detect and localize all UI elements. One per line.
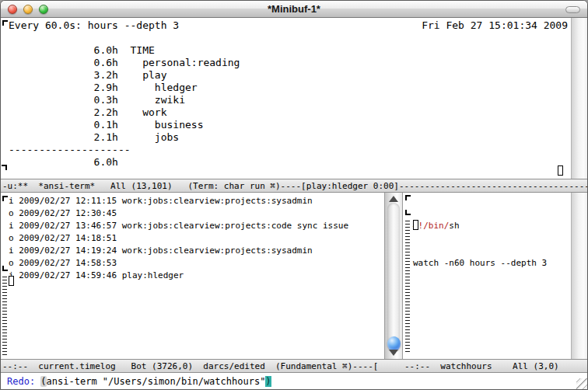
timelog-window[interactable]: i 2009/02/27 12:11:15 work:jobs:clearvie… — [1, 193, 384, 359]
buffer-end-indicator-icon — [2, 165, 7, 170]
timelog-hollow-cursor — [9, 276, 14, 286]
term-hollow-cursor — [558, 165, 563, 176]
toolbar-toggle-button[interactable] — [565, 6, 580, 13]
script-body-line: watch -n60 hours --depth 3 — [413, 257, 547, 270]
empty-lines-indicator — [2, 277, 7, 356]
term-scrollbar-track[interactable] — [571, 18, 588, 179]
timelog-entries-text: i 2009/02/27 12:11:15 work:jobs:clearvie… — [9, 195, 348, 282]
script-code-text: #!/bin/sh watch -n60 hours --depth 3 — [413, 195, 547, 294]
hours-report-text: 6.0h TIME 0.6h personal:reading 3.2h pla… — [9, 44, 240, 169]
buffer-top-indicator-icon — [2, 20, 8, 26]
script-mode-line[interactable]: --:-- watchhours All (3,0) — [403, 359, 588, 373]
timelog-mode-line[interactable]: --:-- current.timelog Bot (3726,0) darcs… — [1, 359, 403, 373]
minibuffer-command-text: ansi-term "/Users/simon/bin/watchhours" — [47, 376, 266, 387]
buffer-top-indicator-icon — [2, 196, 8, 201]
resize-grip-icon[interactable] — [576, 378, 587, 389]
scrollbar-track[interactable] — [387, 203, 400, 349]
watch-date-text: Fri Feb 27 15:01:34 2009 — [422, 19, 568, 32]
redo-prompt: Redo: — [7, 376, 40, 387]
open-paren-highlight: ( — [40, 376, 46, 387]
shebang-line: #!/bin/sh — [413, 220, 547, 232]
window-title: *Minibuf-1* — [1, 3, 587, 15]
timelog-scrollbar[interactable] — [384, 193, 403, 359]
buffer-end-indicator-icon — [405, 210, 411, 215]
minibuffer-line: Redo: (ansi-term "/Users/simon/bin/watch… — [7, 374, 271, 388]
buffer-top-indicator-icon — [405, 195, 411, 200]
shebang-interpreter-text: sh — [449, 221, 459, 231]
emacs-frame: *Minibuf-1* Every 60.0s: hours --depth 3… — [0, 0, 588, 390]
minibuffer[interactable]: Redo: (ansi-term "/Users/simon/bin/watch… — [1, 373, 588, 390]
term-window[interactable]: Every 60.0s: hours --depth 3 Fri Feb 27 … — [1, 18, 571, 179]
scroll-up-arrow-icon[interactable] — [389, 196, 398, 202]
minibuffer-cursor: ) — [265, 376, 271, 387]
script-scrollbar-track[interactable] — [571, 193, 588, 359]
script-window[interactable]: #!/bin/sh watch -n60 hours --depth 3 — [403, 193, 571, 359]
buffer-end-indicator-icon — [2, 266, 8, 271]
title-bar[interactable]: *Minibuf-1* — [1, 1, 587, 18]
scroll-down-arrow-icon[interactable] — [389, 350, 398, 356]
watch-command-text: Every 60.0s: hours --depth 3 — [9, 19, 179, 32]
empty-lines-indicator — [405, 221, 410, 354]
script-hollow-cursor — [413, 220, 418, 230]
term-mode-line[interactable]: -u:** *ansi-term* All (13,101) (Term: ch… — [1, 179, 588, 193]
